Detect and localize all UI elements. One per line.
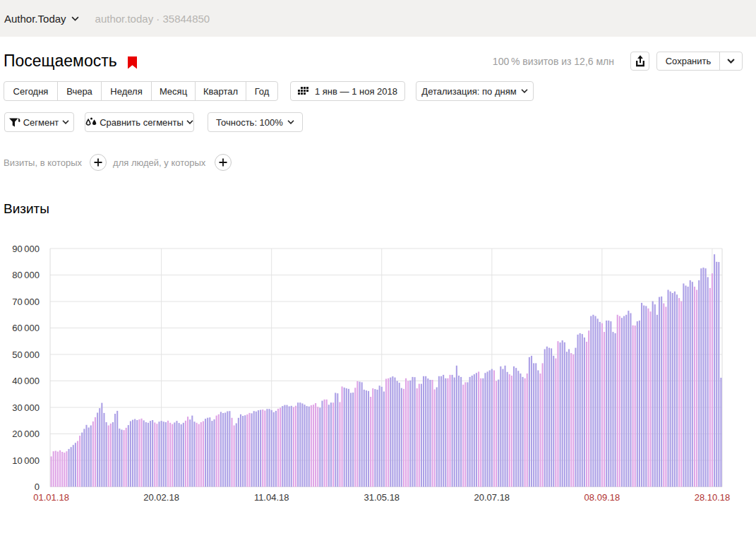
svg-text:01.01.18: 01.01.18 (33, 492, 69, 503)
svg-text:20 000: 20 000 (12, 429, 40, 439)
svg-text:70 000: 70 000 (12, 297, 40, 307)
svg-text:11.04.18: 11.04.18 (254, 492, 289, 503)
svg-text:28.10.18: 28.10.18 (695, 492, 731, 503)
svg-text:80 000: 80 000 (12, 270, 40, 280)
svg-text:10 000: 10 000 (12, 455, 40, 466)
svg-text:30 000: 30 000 (12, 402, 40, 413)
svg-text:20.07.18: 20.07.18 (474, 492, 510, 503)
svg-text:31.05.18: 31.05.18 (364, 492, 400, 503)
svg-text:60 000: 60 000 (12, 323, 40, 333)
svg-text:20.02.18: 20.02.18 (143, 492, 179, 503)
svg-text:90 000: 90 000 (12, 244, 40, 254)
svg-text:50 000: 50 000 (12, 349, 40, 360)
svg-text:0: 0 (35, 482, 40, 492)
svg-text:08.09.18: 08.09.18 (584, 492, 620, 503)
svg-text:40 000: 40 000 (12, 376, 40, 386)
